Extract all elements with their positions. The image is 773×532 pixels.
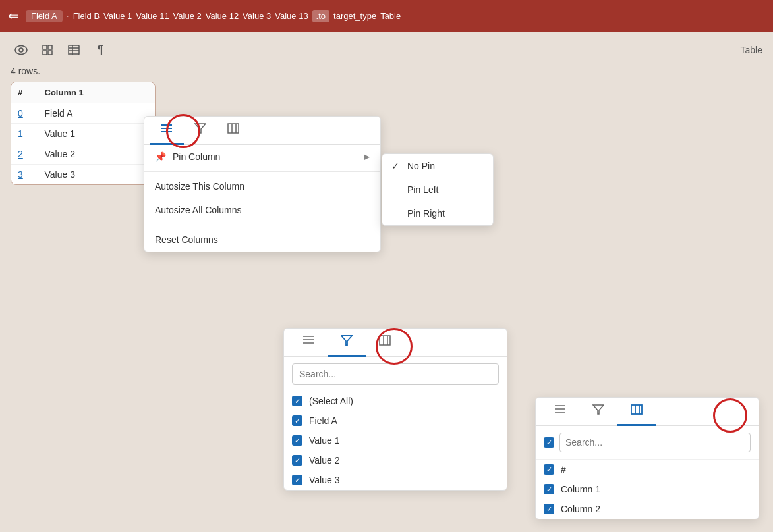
tab-columns[interactable] — [217, 117, 250, 145]
checkbox-select-all[interactable]: ✓ — [292, 396, 302, 406]
pin-column-item[interactable]: 📌 Pin Column ▶ — [144, 145, 380, 169]
col-header-col1[interactable]: Column 1 — [38, 82, 155, 103]
svg-rect-2 — [43, 45, 47, 49]
autosize-all-item[interactable]: Autosize All Columns — [144, 198, 380, 222]
svg-rect-29 — [631, 405, 642, 414]
breadcrumb-item: target_type — [333, 11, 376, 21]
filter-item-select-all[interactable]: ✓ (Select All) — [284, 391, 507, 411]
eye-icon[interactable] — [11, 40, 32, 61]
col-search-row: ✓ — [536, 426, 759, 460]
col-tab-general[interactable] — [541, 398, 579, 426]
no-pin-item[interactable]: ✓ No Pin — [382, 154, 493, 178]
filter-label-value1: Value 1 — [309, 435, 339, 446]
data-table: # Column 1 0 Field A 1 Value 1 2 Value 2 — [11, 82, 155, 184]
context-menu-tabs — [144, 117, 380, 145]
grid-icon[interactable] — [63, 40, 84, 61]
submenu-arrow-icon: ▶ — [364, 152, 370, 161]
divider-2 — [144, 225, 380, 225]
data-table-container: # Column 1 0 Field A 1 Value 1 2 Value 2 — [11, 82, 156, 185]
main-content: ¶ Table 4 rows. # Column 1 0 Field A 1 V… — [0, 32, 773, 193]
col-header-id[interactable]: # — [11, 82, 38, 103]
autosize-this-item[interactable]: Autosize This Column — [144, 174, 380, 198]
checkbox-col2[interactable]: ✓ — [544, 504, 554, 514]
checkbox-value1[interactable]: ✓ — [292, 435, 302, 446]
svg-point-1 — [19, 48, 23, 52]
filter-tab-columns[interactable] — [366, 329, 404, 357]
breadcrumb-item: Value 3 — [243, 11, 271, 21]
check-icon: ✓ — [391, 161, 402, 171]
row-count: 4 rows. — [11, 66, 762, 76]
col-search-input[interactable] — [559, 433, 751, 452]
filter-label-value2: Value 2 — [309, 455, 339, 466]
pin-left-label: Pin Left — [407, 184, 438, 195]
breadcrumb-item: Value 2 — [173, 11, 202, 21]
breadcrumb-separator: .to — [312, 10, 329, 22]
tab-general[interactable] — [150, 117, 184, 145]
svg-rect-15 — [228, 124, 239, 133]
tab-filter[interactable] — [184, 117, 217, 145]
autosize-all-label: Autosize All Columns — [155, 205, 242, 215]
col-label-hash: # — [561, 464, 566, 475]
row-value: Value 1 — [38, 124, 155, 144]
svg-rect-5 — [48, 51, 52, 55]
row-id[interactable]: 0 — [11, 103, 38, 124]
filter-search-input[interactable] — [292, 363, 499, 385]
col-label-col1: Column 1 — [561, 484, 600, 494]
svg-rect-22 — [380, 336, 390, 345]
filter-label-value3: Value 3 — [309, 475, 339, 485]
toolbar-row: ¶ Table — [11, 40, 762, 61]
filter-item-value1[interactable]: ✓ Value 1 — [284, 431, 507, 450]
filter-tab-filter[interactable] — [328, 329, 366, 357]
filter-tab-general[interactable] — [289, 329, 328, 357]
col-tab-columns[interactable] — [617, 398, 656, 426]
reset-columns-item[interactable]: Reset Columns — [144, 228, 380, 252]
table-label: Table — [741, 45, 762, 55]
expand-icon[interactable] — [37, 40, 58, 61]
breadcrumb-separator: · — [67, 11, 69, 21]
reset-columns-label: Reset Columns — [155, 234, 218, 245]
paragraph-icon[interactable]: ¶ — [90, 40, 111, 61]
svg-rect-3 — [48, 45, 52, 49]
checkbox-col1[interactable]: ✓ — [544, 484, 554, 494]
row-id[interactable]: 2 — [11, 144, 38, 165]
filter-item-value2[interactable]: ✓ Value 2 — [284, 450, 507, 470]
col-item-col2[interactable]: ✓ Column 2 — [536, 499, 759, 519]
select-all-label: (Select All) — [309, 396, 353, 406]
checkbox-value3[interactable]: ✓ — [292, 475, 302, 485]
pin-submenu: ✓ No Pin ✓ Pin Left ✓ Pin Right — [382, 153, 494, 226]
checkbox-value2[interactable]: ✓ — [292, 455, 302, 466]
pin-icon: 📌 — [155, 151, 166, 162]
svg-rect-4 — [43, 51, 47, 55]
col-tab-filter[interactable] — [579, 398, 617, 426]
row-id[interactable]: 3 — [11, 165, 38, 185]
filter-label-field-a: Field A — [309, 415, 337, 426]
filter-item-field-a[interactable]: ✓ Field A — [284, 411, 507, 431]
checkbox-field-a[interactable]: ✓ — [292, 415, 302, 426]
breadcrumb-item: Field A — [26, 10, 63, 22]
table-row: 3 Value 3 — [11, 165, 155, 185]
breadcrumb-item: Value 1 — [103, 11, 132, 21]
no-pin-label: No Pin — [407, 161, 435, 171]
pin-right-label: Pin Right — [407, 208, 445, 219]
filter-panel: ✓ (Select All) ✓ Field A ✓ Value 1 ✓ Val… — [283, 328, 507, 491]
svg-marker-14 — [195, 124, 206, 133]
checkbox-col-hash[interactable]: ✓ — [544, 464, 554, 475]
breadcrumb-item: Value 11 — [136, 11, 169, 21]
pin-right-item[interactable]: ✓ Pin Right — [382, 201, 493, 225]
pin-left-item[interactable]: ✓ Pin Left — [382, 178, 493, 201]
checkbox-all-cols[interactable]: ✓ — [544, 437, 554, 448]
table-row: 2 Value 2 — [11, 144, 155, 165]
divider-1 — [144, 171, 380, 172]
col-item-hash[interactable]: ✓ # — [536, 460, 759, 479]
autosize-this-label: Autosize This Column — [155, 181, 244, 192]
breadcrumb-item: Value 12 — [206, 11, 239, 21]
filter-item-value3[interactable]: ✓ Value 3 — [284, 470, 507, 490]
top-breadcrumb-bar: ⇐ Field A · Field B Value 1 Value 11 Val… — [0, 0, 773, 32]
table-row: 0 Field A — [11, 103, 155, 124]
row-value: Value 3 — [38, 165, 155, 185]
col-item-col1[interactable]: ✓ Column 1 — [536, 479, 759, 499]
breadcrumb-item: Table — [380, 11, 401, 21]
back-arrow-icon[interactable]: ⇐ — [8, 8, 19, 24]
row-id[interactable]: 1 — [11, 124, 38, 144]
col-panel-tabs — [536, 398, 759, 426]
